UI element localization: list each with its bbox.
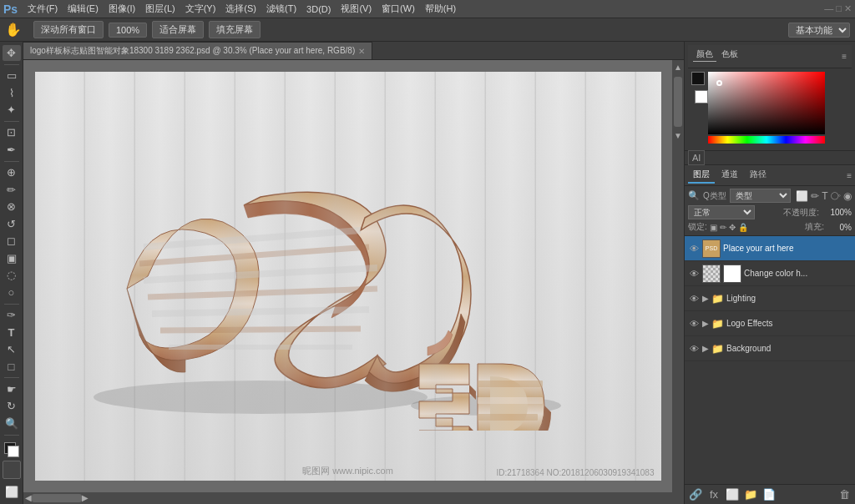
h-scroll-thumb[interactable]: [32, 494, 82, 502]
menu-view[interactable]: 视图(V): [336, 1, 377, 17]
blur-tool[interactable]: ◌: [3, 268, 21, 284]
layer-expand-icon[interactable]: ▶: [702, 294, 709, 303]
dodge-tool[interactable]: ○: [3, 285, 21, 300]
eyedropper-tool[interactable]: ✒: [3, 142, 21, 158]
background-swatch[interactable]: [695, 90, 708, 103]
color-saturation-box[interactable]: [708, 72, 825, 134]
layer-item[interactable]: 👁 ▶ 📁 Logo Effects: [685, 311, 855, 336]
link-layers-button[interactable]: 🔗: [688, 488, 703, 501]
foreground-swatch[interactable]: [691, 72, 705, 85]
layers-panel-options-icon[interactable]: ≡: [847, 171, 852, 180]
shape-tool[interactable]: □: [3, 359, 21, 375]
delete-layer-button[interactable]: 🗑: [837, 488, 852, 501]
ai-panel-area: AI: [685, 151, 855, 165]
new-group-button[interactable]: 📁: [743, 488, 758, 501]
lock-transparent-icon[interactable]: ▣: [710, 223, 717, 232]
close-tab-button[interactable]: ✕: [358, 47, 365, 56]
menu-window[interactable]: 窗口(W): [377, 1, 420, 17]
path-select-tool[interactable]: ↖: [3, 341, 21, 357]
paths-tab[interactable]: 路径: [745, 167, 772, 184]
lock-all-icon[interactable]: 🔒: [738, 223, 748, 232]
new-layer-button[interactable]: 📄: [761, 488, 777, 501]
hue-slider[interactable]: [708, 136, 825, 144]
scroll-all-windows-button[interactable]: 深动所有窗口: [33, 21, 104, 38]
add-style-button[interactable]: fx: [706, 488, 721, 501]
zoom-button[interactable]: 100%: [109, 23, 147, 38]
fill-value[interactable]: 0%: [827, 223, 852, 232]
wand-tool[interactable]: ✦: [3, 102, 21, 118]
canvas-vertical-scrollbar[interactable]: ▲ ▼: [672, 60, 684, 492]
layer-item[interactable]: 👁 Change color h...: [685, 261, 855, 286]
layer-item[interactable]: 👁 ▶ 📁 Background: [685, 336, 855, 361]
scroll-thumb[interactable]: [674, 77, 682, 127]
panel-options-icon[interactable]: ≡: [842, 52, 847, 61]
menu-image[interactable]: 图像(I): [104, 1, 140, 17]
layer-folder-icon: 📁: [711, 343, 724, 355]
layer-type-row: 🔍 Q类型 类型 ⬜ ✏ T ⧂ ◉: [688, 189, 852, 203]
document-tab-label: logo样板标志贴图智能对象18300 3189 2362.psd @ 30.3…: [30, 45, 355, 57]
background-color[interactable]: [8, 446, 19, 457]
move-tool[interactable]: ✥: [3, 45, 21, 61]
layers-tabs: 图层 通道 路径: [688, 167, 772, 184]
menu-text[interactable]: 文字(Y): [180, 1, 221, 17]
fit-screen-button[interactable]: 适合屏幕: [152, 21, 204, 38]
menu-edit[interactable]: 编辑(E): [63, 1, 104, 17]
scroll-left-button[interactable]: ◀: [25, 492, 32, 504]
color-tab[interactable]: 颜色: [693, 48, 716, 62]
layer-visibility-toggle[interactable]: 👁: [688, 319, 700, 329]
layer-expand-icon[interactable]: ▶: [702, 344, 709, 353]
layer-visibility-toggle[interactable]: 👁: [688, 269, 700, 279]
eraser-tool[interactable]: ◻: [3, 234, 21, 249]
menu-layer[interactable]: 图层(L): [140, 1, 180, 17]
menu-filter[interactable]: 滤镜(T): [261, 1, 301, 17]
layer-type-select[interactable]: 类型: [730, 189, 791, 203]
screen-mode-tool[interactable]: ⬜: [3, 482, 21, 501]
layer-item[interactable]: 👁 PSD Place your art here: [685, 236, 855, 261]
layers-tab[interactable]: 图层: [688, 167, 715, 184]
blend-mode-select[interactable]: 正常: [688, 205, 755, 219]
layer-bottom-toolbar: 🔗 fx ⬜ 📁 📄 🗑: [685, 484, 855, 504]
heal-tool[interactable]: ⊕: [3, 165, 21, 181]
text-tool[interactable]: T: [3, 325, 21, 340]
menu-file[interactable]: 文件(F): [23, 1, 63, 17]
history-brush-tool[interactable]: ↺: [3, 216, 21, 232]
marquee-tool[interactable]: ▭: [3, 68, 21, 83]
pen-tool[interactable]: ✑: [3, 307, 21, 323]
swatches-tab[interactable]: 色板: [718, 48, 741, 62]
menu-select[interactable]: 选择(S): [220, 1, 261, 17]
scroll-up-button[interactable]: ▲: [674, 62, 682, 73]
layer-visibility-toggle[interactable]: 👁: [688, 294, 700, 304]
canvas-horizontal-scrollbar[interactable]: ◀ ▶: [23, 492, 684, 504]
brush-tool[interactable]: ✏: [3, 182, 21, 198]
channels-tab[interactable]: 通道: [716, 167, 743, 184]
svg-rect-2: [478, 381, 543, 387]
gradient-tool[interactable]: ▣: [3, 250, 21, 266]
menu-3d[interactable]: 3D(D): [301, 3, 336, 16]
app-logo: Ps: [3, 3, 18, 16]
layer-expand-icon[interactable]: ▶: [702, 319, 709, 328]
add-mask-button[interactable]: ⬜: [725, 488, 740, 501]
lock-position-icon[interactable]: ✥: [729, 223, 736, 232]
crop-tool[interactable]: ⊡: [3, 125, 21, 141]
zoom-tool[interactable]: 🔍: [3, 416, 21, 431]
scroll-down-button[interactable]: ▼: [674, 130, 682, 142]
layer-name-label: Change color h...: [744, 269, 852, 278]
rotate-tool[interactable]: ↻: [3, 399, 21, 415]
color-picker[interactable]: [3, 441, 21, 456]
layer-visibility-toggle[interactable]: 👁: [688, 344, 700, 354]
quick-mask-tool[interactable]: [3, 461, 21, 479]
workspace-select[interactable]: 基本功能: [788, 23, 850, 38]
scroll-right-button[interactable]: ▶: [82, 492, 89, 504]
clone-tool[interactable]: ⊗: [3, 199, 21, 215]
lock-paint-icon[interactable]: ✏: [720, 223, 726, 232]
document-tab[interactable]: logo样板标志贴图智能对象18300 3189 2362.psd @ 30.3…: [23, 42, 372, 59]
lasso-tool[interactable]: ⌇: [3, 85, 21, 101]
layer-folder-icon: 📁: [711, 293, 724, 305]
hand-tool[interactable]: ☛: [3, 381, 21, 397]
opacity-value[interactable]: 100%: [822, 208, 852, 217]
layer-visibility-toggle[interactable]: 👁: [688, 244, 700, 254]
menu-help[interactable]: 帮助(H): [420, 1, 461, 17]
layer-item[interactable]: 👁 ▶ 📁 Lighting: [685, 286, 855, 311]
fill-screen-button[interactable]: 填充屏幕: [209, 21, 261, 38]
layers-panel-header: 图层 通道 路径 ≡: [685, 165, 855, 186]
